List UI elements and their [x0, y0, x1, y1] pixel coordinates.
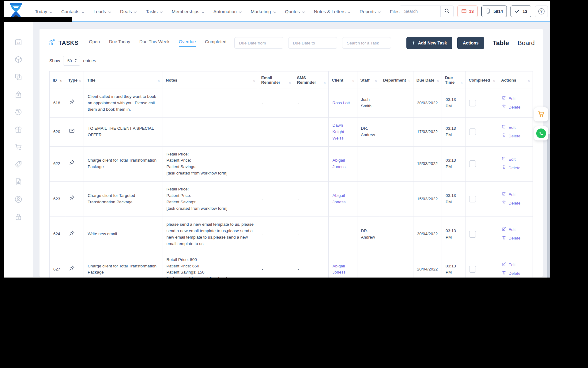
client-link[interactable]: Ross Lott — [332, 101, 350, 105]
edit-task-link[interactable]: Edit — [502, 191, 529, 198]
column-header-sms-reminder[interactable]: SMS Reminder↑↓ — [294, 71, 329, 89]
edit-task-link[interactable]: Edit — [502, 262, 529, 269]
nav-item-leads[interactable]: Leads — [93, 9, 111, 14]
gift-icon[interactable] — [14, 125, 22, 133]
nav-item-memberships[interactable]: Memberships — [172, 9, 205, 14]
tasks-notifications-badge[interactable]: 13 — [511, 6, 531, 17]
view-toggle-table[interactable]: Table — [493, 39, 509, 47]
sort-arrows-icon[interactable]: ↑↓ — [493, 79, 495, 82]
completed-checkbox[interactable] — [469, 266, 476, 273]
sort-arrows-icon[interactable]: ↑↓ — [253, 79, 255, 82]
sort-arrows-icon[interactable]: ↑↓ — [375, 79, 377, 82]
client-link[interactable]: Abigail Joness — [332, 158, 345, 169]
column-header-notes[interactable]: Notes↑↓ — [163, 71, 258, 89]
price-tag-icon[interactable]: $ — [14, 160, 22, 168]
cell-sms-reminder: - — [294, 252, 329, 278]
search-input[interactable] — [400, 6, 440, 17]
column-header-due-date[interactable]: Due Date↑↓ — [413, 71, 442, 89]
nav-item-notes-letters[interactable]: Notes & Letters — [314, 9, 351, 14]
tab-due-this-week[interactable]: Due This Week — [139, 39, 170, 47]
edit-task-link[interactable]: Edit — [502, 227, 529, 233]
completed-checkbox[interactable] — [469, 128, 476, 135]
email-notifications-badge[interactable]: 13 — [457, 6, 478, 17]
nav-item-reports[interactable]: Reports — [360, 9, 381, 14]
tab-completed[interactable]: Completed — [205, 39, 226, 47]
calendar-12-icon[interactable]: 12 — [14, 38, 22, 46]
user-circle-icon[interactable] — [14, 195, 22, 203]
task-search-input[interactable] — [342, 37, 391, 49]
column-header-client[interactable]: Client↑↓ — [329, 71, 357, 89]
sort-arrows-icon[interactable]: ↑↓ — [60, 79, 62, 82]
completed-checkbox[interactable] — [469, 160, 476, 167]
nav-item-contacts[interactable]: Contacts — [61, 9, 85, 14]
column-header-title[interactable]: Title↑↓ — [84, 71, 163, 89]
cube-icon[interactable] — [14, 56, 22, 63]
column-header-actions[interactable]: Actions↑↓ — [498, 71, 533, 89]
delete-task-link[interactable]: Delete — [502, 235, 529, 242]
entries-per-page-select[interactable]: 50 — [63, 56, 80, 66]
sort-arrows-icon[interactable]: ↑↓ — [289, 81, 291, 85]
edit-task-link[interactable]: Edit — [502, 156, 529, 163]
sort-arrows-icon[interactable]: ↑↓ — [528, 79, 530, 82]
sort-arrows-icon[interactable]: ↑↓ — [460, 81, 462, 85]
client-link[interactable]: Dawn Knight Weiss — [332, 123, 344, 140]
due-date-from-input[interactable] — [234, 37, 283, 49]
column-header-email-reminder[interactable]: Email Reminder↑↓ — [258, 71, 294, 89]
delete-task-link[interactable]: Delete — [502, 104, 529, 111]
tab-open[interactable]: Open — [89, 39, 100, 47]
delete-task-link[interactable]: Delete — [502, 270, 529, 277]
column-label: SMS Reminder — [297, 75, 322, 85]
vertical-scrollbar[interactable] — [547, 134, 550, 278]
completed-checkbox[interactable] — [469, 100, 476, 106]
notes-line: [task created from workflow form] — [167, 170, 254, 177]
column-header-id[interactable]: ID↑↓ — [50, 71, 65, 89]
edit-task-link[interactable]: Edit — [502, 95, 529, 102]
sort-arrows-icon[interactable]: ↑↓ — [408, 79, 410, 82]
history-icon[interactable] — [14, 108, 22, 116]
client-link[interactable]: Abigail Joness — [332, 193, 345, 204]
shopping-bag-icon[interactable] — [14, 90, 22, 98]
completed-checkbox[interactable] — [469, 231, 476, 238]
whatsapp-float-button[interactable] — [534, 126, 548, 140]
nav-item-files[interactable]: Files — [390, 9, 400, 14]
nav-item-tasks[interactable]: Tasks — [146, 9, 163, 14]
sort-arrows-icon[interactable]: ↑↓ — [158, 79, 160, 82]
sort-arrows-icon[interactable]: ↑↓ — [437, 79, 439, 82]
view-toggle-board[interactable]: Board — [518, 39, 535, 47]
due-date-to-input[interactable] — [288, 37, 337, 49]
search-button[interactable] — [440, 6, 453, 17]
sort-arrows-icon[interactable]: ↑↓ — [79, 79, 81, 82]
nav-item-marketing[interactable]: Marketing — [251, 9, 276, 14]
column-header-due-time[interactable]: Due Time↑↓ — [442, 71, 465, 89]
basket-float-button[interactable] — [534, 107, 548, 121]
sort-arrows-icon[interactable]: ↑↓ — [323, 81, 325, 85]
delete-task-link[interactable]: Delete — [502, 133, 529, 140]
notes-line: Retail Price: — [167, 186, 254, 193]
help-button[interactable]: ? — [535, 6, 548, 17]
add-new-task-button[interactable]: + Add New Task — [406, 37, 452, 49]
column-header-completed[interactable]: Completed↑↓ — [466, 71, 498, 89]
sms-notifications-badge[interactable]: 5914 — [481, 6, 507, 17]
sort-arrows-icon[interactable]: ↑↓ — [352, 79, 354, 82]
actions-button[interactable]: Actions — [457, 37, 484, 49]
chevron-down-icon — [108, 9, 111, 14]
copy-icon[interactable] — [14, 73, 22, 81]
nav-item-automation[interactable]: Automation — [213, 9, 242, 14]
report-doc-icon[interactable] — [14, 178, 22, 186]
lock-icon[interactable] — [14, 213, 22, 221]
column-header-department[interactable]: Department↑↓ — [380, 71, 413, 89]
delete-task-link[interactable]: Delete — [502, 200, 529, 207]
plus-icon: + — [412, 40, 415, 46]
column-header-staff[interactable]: Staff↑↓ — [357, 71, 380, 89]
column-header-type[interactable]: Type↑↓ — [65, 71, 84, 89]
tab-overdue[interactable]: Overdue — [179, 39, 196, 47]
nav-item-deals[interactable]: Deals — [120, 9, 137, 14]
cart-icon[interactable] — [14, 143, 22, 151]
nav-item-today[interactable]: Today — [35, 9, 52, 14]
edit-task-link[interactable]: Edit — [502, 124, 529, 131]
client-link[interactable]: Abigail Joness — [332, 264, 345, 275]
completed-checkbox[interactable] — [469, 196, 476, 202]
nav-item-quotes[interactable]: Quotes — [285, 9, 305, 14]
delete-task-link[interactable]: Delete — [502, 165, 529, 171]
tab-due-today[interactable]: Due Today — [109, 39, 130, 47]
